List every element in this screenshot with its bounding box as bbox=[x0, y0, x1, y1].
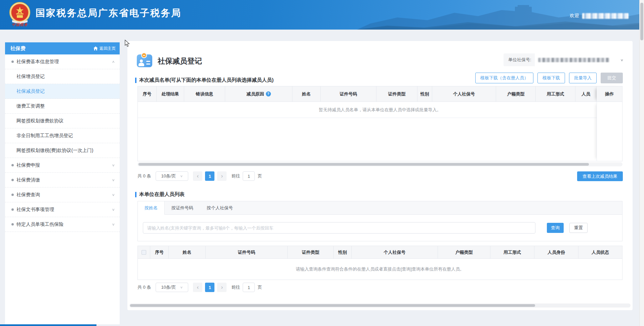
column-header-8: 用工形式 bbox=[490, 246, 534, 259]
staff-search-panel: 按姓名按证件号码按个人社保号 查询 重置 bbox=[137, 201, 622, 241]
goto-label: 前往 bbox=[231, 173, 240, 179]
sidebar-item-8[interactable]: 社保费清缴∨ bbox=[5, 173, 120, 188]
current-page[interactable]: 1 bbox=[205, 283, 214, 292]
help-icon[interactable]: ? bbox=[266, 91, 271, 96]
sidebar-item-10[interactable]: 社保文书事项管理∨ bbox=[5, 202, 120, 217]
bullet-icon bbox=[11, 223, 14, 226]
page-vertical-scrollbar bbox=[639, 0, 644, 326]
sidebar-item-label: 网签授权划缴费款协议 bbox=[16, 118, 64, 124]
column-label: 操作 bbox=[605, 91, 614, 97]
bullet-icon bbox=[11, 208, 14, 211]
chevron-down-icon: ∨ bbox=[112, 178, 115, 182]
table1-scrollbar-thumb[interactable] bbox=[138, 163, 589, 166]
sidebar-item-label: 社保增员登记 bbox=[16, 74, 45, 80]
sidebar-item-1[interactable]: 社保增员登记 bbox=[5, 69, 120, 84]
tab-2[interactable]: 按个人社保号 bbox=[200, 201, 240, 214]
section-title-bar bbox=[135, 78, 136, 83]
sidebar-item-label: 社保费申报 bbox=[16, 162, 40, 168]
name-search-input[interactable] bbox=[143, 222, 535, 234]
section1-title: 本次减员名单(可从下面的本单位在册人员列表选择减员人员) bbox=[135, 77, 274, 83]
column-header-7: 性别 bbox=[417, 86, 432, 102]
prev-page-button[interactable]: ‹ bbox=[193, 283, 202, 292]
table1-horizontal-scrollbar bbox=[137, 162, 622, 166]
sidebar-item-3[interactable]: 缴费工资调整 bbox=[5, 99, 120, 114]
template-download-button[interactable]: 模板下载 bbox=[537, 73, 565, 83]
submit-button-disabled[interactable]: 提交 bbox=[601, 73, 623, 83]
search-tabs: 按姓名按证件号码按个人社保号 bbox=[138, 201, 622, 215]
goto-suffix: 页 bbox=[257, 284, 262, 290]
sidebar-item-11[interactable]: 特定人员单项工伤保险∨ bbox=[5, 217, 120, 232]
page-size-select[interactable]: 10条/页 ∨ bbox=[156, 283, 188, 292]
unit-ssn-value-redacted bbox=[538, 58, 609, 62]
column-label: 性别 bbox=[338, 249, 347, 255]
page-title-icon bbox=[137, 52, 152, 67]
sidebar-item-label: 网签授权划缴税(费)款协议(一次上门) bbox=[16, 148, 93, 154]
select-all-checkbox[interactable] bbox=[142, 250, 146, 255]
column-header-5: 证件号码 bbox=[321, 86, 376, 102]
reduction-table-body bbox=[138, 118, 622, 161]
total-count: 共 0 条 bbox=[137, 284, 151, 290]
next-page-button[interactable]: › bbox=[217, 171, 227, 181]
unit-ssn-dropdown[interactable]: 单位社保号: ∨ bbox=[504, 53, 627, 66]
column-header-10: 人员状态 bbox=[578, 246, 622, 259]
panel-horizontal-scrollbar bbox=[129, 303, 631, 308]
column-label: 姓名 bbox=[183, 249, 192, 255]
panel-scrollbar-thumb[interactable] bbox=[130, 304, 535, 307]
column-label: 证件类型 bbox=[388, 91, 406, 97]
back-home-button[interactable]: 返回主页 bbox=[93, 46, 116, 51]
page-scrollbar-thumb[interactable] bbox=[640, 3, 643, 40]
minus-badge-icon bbox=[141, 52, 147, 58]
next-page-button[interactable]: › bbox=[217, 283, 227, 292]
reset-button[interactable]: 重置 bbox=[569, 223, 588, 233]
pagination-1: 共 0 条 10条/页 ∨ ‹ 1 › 前往 页 bbox=[137, 171, 262, 181]
sidebar-item-7[interactable]: 社保费申报∨ bbox=[5, 158, 120, 173]
prev-page-button[interactable]: ‹ bbox=[193, 171, 202, 181]
bullet-icon bbox=[11, 194, 14, 196]
current-page[interactable]: 1 bbox=[205, 171, 214, 181]
pagination-2: 共 0 条 10条/页 ∨ ‹ 1 › 前往 页 bbox=[137, 283, 262, 292]
bullet-icon bbox=[11, 179, 14, 181]
footer-strip bbox=[0, 324, 96, 326]
chevron-down-icon: ∨ bbox=[180, 286, 183, 289]
batch-import-button[interactable]: 批量导入 bbox=[569, 73, 597, 83]
search-row: 查询 重置 bbox=[138, 215, 622, 241]
column-header-4: 证件类型 bbox=[288, 246, 334, 259]
staff-table-header: 序号姓名证件号码证件类型性别个人社保号户籍类型用工形式人员身份人员状态 bbox=[138, 246, 622, 259]
sidebar-item-2-active[interactable]: 社保减员登记 bbox=[5, 84, 120, 99]
template-download-with-staff-button[interactable]: 模板下载（含在册人员） bbox=[475, 73, 533, 83]
page-size-select[interactable]: 10条/页 ∨ bbox=[156, 171, 188, 181]
sidebar-title: 社保费 bbox=[10, 45, 26, 52]
select-all-cell bbox=[138, 246, 150, 259]
goto-suffix: 页 bbox=[257, 173, 262, 179]
sidebar-item-6[interactable]: 网签授权划缴税(费)款协议(一次上门) bbox=[5, 143, 120, 158]
sidebar-item-label: 社保费基本信息管理 bbox=[16, 59, 59, 65]
tab-1[interactable]: 按证件号码 bbox=[165, 201, 200, 214]
column-header-6: 证件类型 bbox=[376, 86, 417, 102]
column-label: 证件号码 bbox=[238, 249, 255, 255]
chevron-down-icon: ∨ bbox=[112, 163, 115, 167]
bullet-icon bbox=[11, 60, 14, 63]
sidebar-item-9[interactable]: 社保费查询∨ bbox=[5, 188, 120, 202]
query-button[interactable]: 查询 bbox=[547, 223, 564, 233]
goto-page-input[interactable] bbox=[243, 171, 255, 181]
column-label: 错误信息 bbox=[196, 91, 213, 97]
main-panel: 社保减员登记 单位社保号: ∨ 模板下载（含在册人员） 模板下载 批量导入 提交… bbox=[127, 41, 633, 310]
column-label: 人员状态 bbox=[592, 249, 609, 255]
column-label: 用工形式 bbox=[547, 91, 564, 97]
goto-page-input[interactable] bbox=[243, 283, 255, 292]
chevron-down-icon: ∨ bbox=[620, 58, 623, 62]
sidebar-item-0[interactable]: 社保费基本信息管理∧ bbox=[5, 54, 120, 69]
column-label: 处理结果 bbox=[162, 91, 179, 97]
page-size-value: 10条/页 bbox=[161, 284, 176, 290]
column-label: 姓名 bbox=[302, 91, 311, 97]
welcome-username-redacted bbox=[582, 13, 629, 19]
column-header-8: 个人社保号 bbox=[432, 86, 496, 102]
sidebar-item-4[interactable]: 网签授权划缴费款协议 bbox=[5, 114, 120, 128]
sidebar-menu: 社保费基本信息管理∧社保增员登记社保减员登记缴费工资调整网签授权划缴费款协议非全… bbox=[5, 54, 120, 232]
view-last-reduction-result-button[interactable]: 查看上次减员结果 bbox=[577, 171, 623, 181]
unit-ssn-field[interactable]: ∨ bbox=[535, 53, 627, 66]
tab-0-active[interactable]: 按姓名 bbox=[138, 201, 165, 215]
sidebar-item-5[interactable]: 非全日制用工工伤增员登记 bbox=[5, 128, 120, 143]
column-header-2: 姓名 bbox=[169, 246, 206, 259]
reduction-list-table: 序号处理结果错误信息减员原因?姓名证件号码证件类型性别个人社保号户籍类型用工形式… bbox=[137, 86, 622, 161]
